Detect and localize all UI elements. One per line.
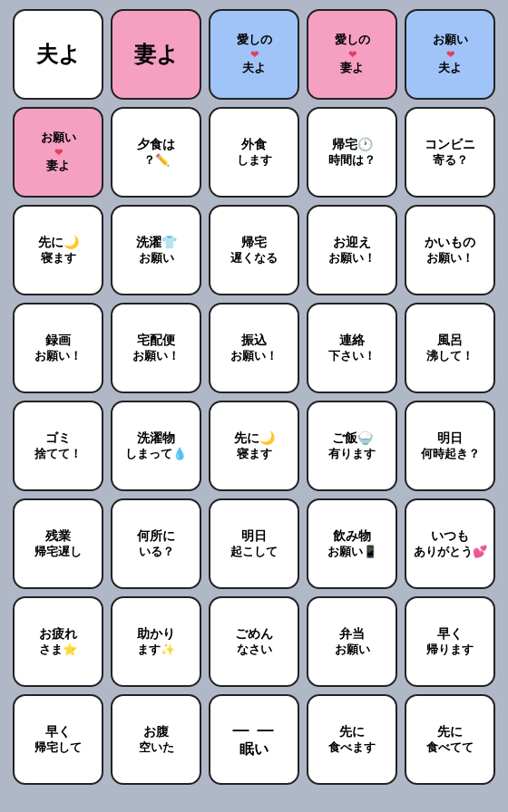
sticker-line2: いる？ bbox=[139, 545, 174, 560]
sticker-line2: 有ります bbox=[328, 447, 376, 462]
sticker-line1: 先に🌙 bbox=[234, 430, 275, 446]
sticker-item[interactable]: — —眠い bbox=[209, 694, 299, 785]
sticker-line1: 洗濯物 bbox=[137, 430, 175, 446]
sticker-line2: ありがとう💕 bbox=[414, 545, 487, 560]
sticker-item[interactable]: いつもありがとう💕 bbox=[405, 498, 495, 589]
sticker-item[interactable]: 明日起こして bbox=[209, 498, 299, 589]
sticker-line1: 明日 bbox=[241, 527, 267, 544]
sticker-line1: お腹 bbox=[143, 723, 169, 740]
sticker-line1: 先に bbox=[339, 723, 365, 740]
sticker-item[interactable]: 先に🌙寝ます bbox=[209, 401, 299, 491]
sticker-item[interactable]: 外食します bbox=[209, 107, 299, 198]
sticker-line2: 寄る？ bbox=[433, 153, 468, 169]
sticker-line2: お願い！ bbox=[230, 349, 278, 364]
sticker-line2: ます✨ bbox=[137, 643, 175, 658]
sticker-item[interactable]: 宅配便お願い！ bbox=[111, 303, 201, 393]
sticker-line2: 下さい！ bbox=[328, 349, 376, 364]
sticker-item[interactable]: 風呂沸して！ bbox=[405, 303, 495, 393]
sticker-line1: コンビニ bbox=[425, 136, 475, 152]
sticker-line1: 先に bbox=[437, 723, 463, 740]
sticker-item[interactable]: 振込お願い！ bbox=[209, 303, 299, 393]
sticker-item[interactable]: 妻よ bbox=[111, 9, 201, 100]
sticker-line2: さま⭐ bbox=[39, 643, 77, 658]
sticker-line2: 捨てて！ bbox=[34, 447, 82, 462]
sticker-item[interactable]: かいものお願い！ bbox=[405, 205, 495, 295]
sticker-line2: お願い bbox=[139, 251, 174, 266]
sticker-line2: 空いた bbox=[139, 740, 174, 756]
sticker-item[interactable]: 先に🌙寝ます bbox=[13, 205, 103, 295]
sticker-line2: 何時起き？ bbox=[421, 447, 480, 462]
sticker-line2: 帰宅して bbox=[34, 740, 82, 756]
sticker-line1: 明日 bbox=[437, 430, 463, 446]
sticker-line2: 遅くなる bbox=[230, 251, 278, 266]
sticker-line1: 何所に bbox=[137, 527, 175, 544]
sticker-item[interactable]: 愛しの❤夫よ bbox=[209, 9, 299, 100]
sticker-line1: 早く bbox=[45, 723, 71, 740]
sticker-item[interactable]: 残業帰宅遅し bbox=[13, 498, 103, 589]
sticker-line1: ゴミ bbox=[45, 430, 71, 446]
sticker-line2: なさい bbox=[237, 643, 272, 658]
sticker-item[interactable]: 録画お願い！ bbox=[13, 303, 103, 393]
sticker-item[interactable]: 先に食べてて bbox=[405, 694, 495, 785]
sticker-line1: お疲れ bbox=[39, 625, 77, 642]
sticker-item[interactable]: 夕食は？✏️ bbox=[111, 107, 201, 198]
sticker-item[interactable]: コンビニ寄る？ bbox=[405, 107, 495, 198]
sticker-item[interactable]: お腹空いた bbox=[111, 694, 201, 785]
sticker-line2: お願い！ bbox=[34, 349, 82, 364]
sticker-item[interactable]: 何所にいる？ bbox=[111, 498, 201, 589]
sticker-line1: 録画 bbox=[45, 332, 71, 348]
sticker-item[interactable]: 帰宅🕐時間は？ bbox=[307, 107, 397, 198]
sticker-line1: 風呂 bbox=[437, 332, 463, 348]
sticker-line2: 時間は？ bbox=[328, 153, 376, 169]
sticker-item[interactable]: 弁当お願い bbox=[307, 596, 397, 687]
sticker-item[interactable]: 明日何時起き？ bbox=[405, 401, 495, 491]
sticker-line2: お願い bbox=[335, 643, 370, 658]
sticker-item[interactable]: 愛しの❤妻よ bbox=[307, 9, 397, 100]
sticker-line2: お願い！ bbox=[132, 349, 180, 364]
sticker-line2: 帰ります bbox=[426, 643, 474, 658]
sticker-item[interactable]: ごめんなさい bbox=[209, 596, 299, 687]
sticker-item[interactable]: 洗濯👕お願い bbox=[111, 205, 201, 295]
sticker-item[interactable]: 洗濯物しまって💧 bbox=[111, 401, 201, 491]
sticker-item[interactable]: 早く帰ります bbox=[405, 596, 495, 687]
sticker-item[interactable]: 助かります✨ bbox=[111, 596, 201, 687]
sticker-item[interactable]: 早く帰宅して bbox=[13, 694, 103, 785]
sticker-line1: 早く bbox=[437, 625, 463, 642]
sticker-line1: 飲み物 bbox=[333, 527, 371, 544]
sticker-item[interactable]: ゴミ捨てて！ bbox=[13, 401, 103, 491]
sticker-line1: 先に🌙 bbox=[38, 234, 79, 250]
sticker-item[interactable]: お願い❤夫よ bbox=[405, 9, 495, 100]
sticker-line1: 残業 bbox=[45, 527, 71, 544]
sticker-item[interactable]: 連絡下さい！ bbox=[307, 303, 397, 393]
sticker-line1: いつも bbox=[431, 527, 469, 544]
sticker-line2: 寝ます bbox=[237, 447, 272, 462]
sticker-grid: 夫よ妻よ愛しの❤夫よ愛しの❤妻よお願い❤夫よお願い❤妻よ夕食は？✏️外食します帰… bbox=[13, 9, 495, 785]
sticker-line2: 起こして bbox=[230, 545, 278, 560]
sticker-line2: しまって💧 bbox=[125, 447, 187, 462]
sticker-line2: 寝ます bbox=[41, 251, 76, 266]
sticker-item[interactable]: 飲み物お願い📱 bbox=[307, 498, 397, 589]
sticker-item[interactable]: 先に食べます bbox=[307, 694, 397, 785]
sticker-item[interactable]: 帰宅遅くなる bbox=[209, 205, 299, 295]
sticker-line2: 帰宅遅し bbox=[34, 545, 82, 560]
sticker-line2: お願い📱 bbox=[327, 545, 377, 560]
sticker-line1: 助かり bbox=[137, 625, 175, 642]
sticker-item[interactable]: お疲れさま⭐ bbox=[13, 596, 103, 687]
sticker-line1: 洗濯👕 bbox=[136, 234, 177, 250]
sticker-item[interactable]: お願い❤妻よ bbox=[13, 107, 103, 198]
sticker-item[interactable]: お迎えお願い！ bbox=[307, 205, 397, 295]
sticker-line2: お願い！ bbox=[328, 251, 376, 266]
sticker-line1: 連絡 bbox=[339, 332, 365, 348]
sticker-item[interactable]: ご飯🍚有ります bbox=[307, 401, 397, 491]
sticker-line1: お迎え bbox=[333, 234, 371, 250]
sticker-line1: 振込 bbox=[241, 332, 267, 348]
sticker-line2: 食べてて bbox=[426, 740, 474, 756]
sticker-line1: 宅配便 bbox=[137, 332, 175, 348]
sticker-line1: かいもの bbox=[425, 234, 475, 250]
sticker-line2: 食べます bbox=[328, 740, 376, 756]
sticker-line1: 弁当 bbox=[339, 625, 365, 642]
sticker-line2: お願い！ bbox=[426, 251, 474, 266]
sticker-item[interactable]: 夫よ bbox=[13, 9, 103, 100]
sticker-line1: 帰宅 bbox=[241, 234, 267, 250]
sticker-line1: 帰宅🕐 bbox=[332, 136, 373, 152]
